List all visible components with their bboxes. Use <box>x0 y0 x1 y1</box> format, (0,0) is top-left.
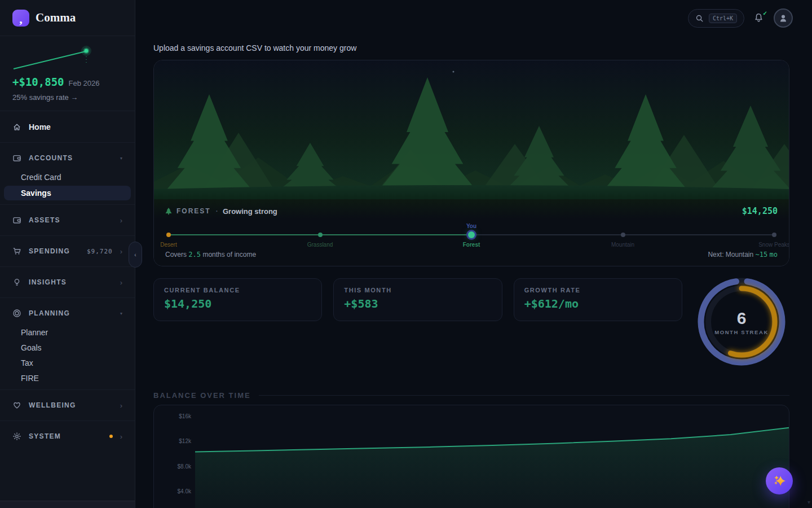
balance-chart-svg <box>154 405 789 508</box>
savings-rate-link[interactable]: 25% savings rate → <box>12 93 122 102</box>
brand[interactable]: , Comma <box>0 0 135 36</box>
sidebar-item-goals[interactable]: Goals <box>0 340 135 355</box>
sidebar-nav: Home ACCOUNTS ▾ Credit Card Savings ASSE… <box>0 111 135 448</box>
streak-value: 6 <box>737 309 747 328</box>
spending-amount: $9,720 <box>87 248 113 255</box>
topbar: Ctrl+K ✓ <box>135 0 812 36</box>
coverage-text: Covers 2.5 months of income <box>165 251 256 259</box>
divider <box>0 389 135 390</box>
home-icon <box>12 122 21 132</box>
upload-csv-hint: Upload a savings account CSV to watch yo… <box>153 43 789 52</box>
sidebar-item-label: Home <box>29 122 51 132</box>
separator: · <box>215 206 218 216</box>
sidebar-section-system[interactable]: SYSTEM › <box>0 425 135 448</box>
wallet-icon <box>12 154 21 163</box>
divider <box>0 142 135 143</box>
sidebar-collapse-button[interactable]: ‹ <box>129 242 142 268</box>
forest-progress-card: FOREST · Growing strong $14,250 Desert G… <box>153 60 789 266</box>
stage-dot <box>318 233 323 237</box>
sidebar-section-assets[interactable]: ASSETS › <box>0 209 135 231</box>
savings-summary: +$10,850 Feb 2026 25% savings rate → <box>0 36 135 111</box>
streak-label: MONTH STREAK <box>714 329 769 335</box>
balance-chart-header: BALANCE OVER TIME <box>153 391 789 400</box>
section-label: INSIGHTS <box>29 278 67 286</box>
forest-scene-svg <box>154 60 789 199</box>
cart-icon <box>12 247 21 256</box>
stat-current-balance: CURRENT BALANCE $14,250 <box>153 278 322 321</box>
chevron-left-icon: ‹ <box>134 252 136 258</box>
chevron-right-icon: › <box>120 432 122 441</box>
savings-delta: +$10,850 <box>12 76 64 88</box>
sidebar-item-credit-card[interactable]: Credit Card <box>0 169 135 185</box>
sidebar-item-fire[interactable]: FIRE <box>0 370 135 386</box>
section-label: ASSETS <box>29 216 60 224</box>
sidebar-item-tax[interactable]: Tax <box>0 355 135 370</box>
next-stage-unit: mo <box>770 251 778 259</box>
savings-period: Feb 2026 <box>69 79 100 87</box>
gear-icon <box>12 432 21 441</box>
stage-dot <box>166 233 171 237</box>
sidebar-item-home[interactable]: Home <box>0 116 135 138</box>
wallet-icon <box>12 216 21 225</box>
user-avatar[interactable] <box>774 8 793 28</box>
lightbulb-icon <box>12 278 21 287</box>
tree-icon <box>165 207 172 215</box>
stage-dot <box>772 233 776 237</box>
stage-dot <box>468 231 475 238</box>
divider <box>0 421 135 421</box>
divider <box>0 266 135 267</box>
system-alert-dot <box>109 435 113 438</box>
forest-tier-label: FOREST <box>176 207 211 215</box>
progress-track: Desert Grassland YouForest Mountain Snow… <box>169 223 774 250</box>
heart-icon <box>12 401 21 410</box>
search-shortcut-badge: Ctrl+K <box>709 14 737 23</box>
forest-scene <box>154 60 789 199</box>
coverage-value: 2.5 <box>188 251 201 259</box>
section-label: ACCOUNTS <box>29 154 73 162</box>
divider <box>0 297 135 298</box>
assistant-fab-button[interactable] <box>766 467 793 494</box>
sidebar-section-planning[interactable]: PLANNING ▾ <box>0 302 135 325</box>
chevron-right-icon: › <box>120 278 122 287</box>
section-label: SPENDING <box>29 247 70 255</box>
section-label: SYSTEM <box>29 432 61 440</box>
section-label: PLANNING <box>29 309 70 317</box>
next-stage-eta: ~15 <box>756 251 768 259</box>
sidebar-section-accounts[interactable]: ACCOUNTS ▾ <box>0 147 135 169</box>
forest-footer: FOREST · Growing strong $14,250 Desert G… <box>154 199 789 266</box>
sparkline-chart <box>12 44 123 73</box>
sidebar: , Comma +$10,850 Feb 2026 25% savings ra… <box>0 0 135 508</box>
sparkles-icon <box>772 474 787 488</box>
next-stage-text: Next: Mountain ~15 mo <box>708 251 778 259</box>
sidebar-item-planner[interactable]: Planner <box>0 325 135 340</box>
forest-status: Growing strong <box>223 207 277 216</box>
stat-this-month: THIS MONTH +$583 <box>333 278 502 321</box>
sidebar-item-savings[interactable]: Savings <box>4 186 131 200</box>
streak-gauge: 6 MONTH STREAK <box>694 274 789 370</box>
caret-down-icon: ▾ <box>120 311 122 316</box>
stat-growth-rate: GROWTH RATE +$612/mo <box>514 278 682 321</box>
sidebar-section-wellbeing[interactable]: WELLBEING › <box>0 394 135 417</box>
notifications-button[interactable]: ✓ <box>753 12 765 24</box>
divider <box>259 395 789 396</box>
sidebar-section-insights[interactable]: INSIGHTS › <box>0 271 135 294</box>
sidebar-footer <box>0 501 135 508</box>
brand-name: Comma <box>36 11 76 25</box>
caret-down-icon: ▾ <box>120 156 122 161</box>
balance-chart-title: BALANCE OVER TIME <box>153 391 251 400</box>
balance-chart-card: $16k $12k $8.0k $4.0k <box>153 405 789 508</box>
person-icon <box>778 13 788 23</box>
chevron-right-icon: › <box>120 401 122 410</box>
search-icon <box>695 14 704 23</box>
sidebar-section-spending[interactable]: SPENDING $9,720 › <box>0 240 135 262</box>
main-content: Upload a savings account CSV to watch yo… <box>135 36 812 508</box>
search-input[interactable]: Ctrl+K <box>688 9 744 28</box>
stats-row: CURRENT BALANCE $14,250 THIS MONTH +$583… <box>153 278 789 370</box>
target-icon <box>12 309 21 318</box>
stage-dot <box>621 233 625 237</box>
scrollbar-down-arrow[interactable]: ▾ <box>807 499 810 505</box>
notification-check-badge: ✓ <box>763 10 767 16</box>
star-dot <box>453 71 454 73</box>
chevron-right-icon: › <box>120 216 122 225</box>
chevron-right-icon: › <box>120 247 122 256</box>
